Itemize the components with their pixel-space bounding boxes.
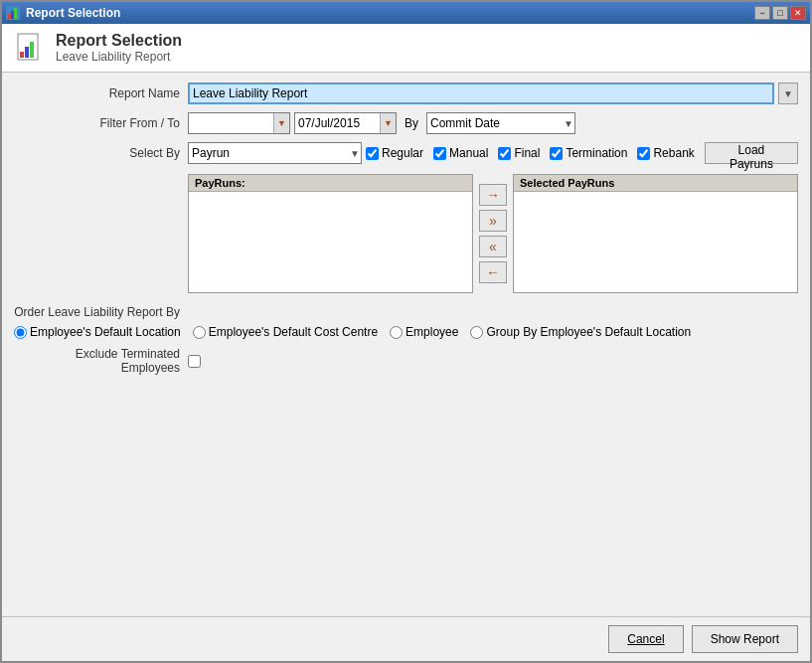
minimize-button[interactable]: −: [754, 6, 770, 20]
main-window: Report Selection − □ ✕ Report Selection …: [0, 0, 812, 663]
header-sub-title: Leave Liability Report: [56, 50, 182, 64]
termination-label: Termination: [566, 146, 627, 160]
radio-group-default-location-input[interactable]: [470, 326, 483, 339]
spacer: [14, 379, 798, 608]
select-by-select[interactable]: Payrun Employee Department: [188, 142, 362, 164]
move-all-left-button[interactable]: «: [479, 236, 507, 257]
filter-from-to-label: Filter From / To: [14, 116, 188, 130]
manual-label: Manual: [449, 146, 488, 160]
move-all-right-button[interactable]: »: [479, 210, 507, 232]
commit-date-wrapper: Commit Date Pay Period Date Payment Date…: [426, 112, 575, 134]
filter-controls: ▼ ▼ By Commit Date Pay Period Date Payme…: [188, 112, 798, 134]
selected-payruns-header-text: Selected PayRuns: [520, 177, 614, 189]
filter-to-dropdown-btn[interactable]: ▼: [380, 113, 396, 133]
exclude-label: Exclude Terminated Employees: [14, 347, 188, 375]
radio-cost-centre-input[interactable]: [193, 326, 206, 339]
filter-from-dropdown-btn[interactable]: ▼: [273, 113, 289, 133]
rebank-label: Rebank: [653, 146, 694, 160]
select-by-controls: Payrun Employee Department ▼ Regular Man…: [188, 142, 798, 164]
manual-checkbox-item: Manual: [433, 146, 488, 160]
report-name-input[interactable]: [188, 83, 774, 104]
selected-payruns: Selected PayRuns: [513, 174, 798, 293]
regular-label: Regular: [382, 146, 423, 160]
exclude-terminated-checkbox[interactable]: [188, 355, 201, 368]
radio-group-default-location: Group By Employee's Default Location: [470, 325, 691, 339]
radio-cost-centre: Employee's Default Cost Centre: [193, 325, 378, 339]
rebank-checkbox[interactable]: [637, 147, 650, 160]
maximize-button[interactable]: □: [772, 6, 788, 20]
move-right-icon: →: [486, 187, 500, 203]
svg-rect-2: [11, 11, 14, 19]
termination-checkbox-item: Termination: [550, 146, 627, 160]
radio-group-default-location-label: Group By Employee's Default Location: [486, 325, 691, 339]
radio-employee-input[interactable]: [390, 326, 403, 339]
order-label: Order Leave Liability Report By: [14, 305, 188, 319]
checkbox-group: Regular Manual Final Termination: [366, 142, 798, 164]
bottom-bar: Cancel Show Report: [2, 616, 810, 661]
cancel-button[interactable]: Cancel: [608, 625, 683, 653]
svg-rect-5: [20, 52, 24, 58]
regular-checkbox[interactable]: [366, 147, 379, 160]
window-icon: [6, 6, 20, 20]
payrun-list-body[interactable]: [189, 192, 472, 292]
load-payruns-button[interactable]: Load Payruns: [705, 142, 798, 164]
select-by-wrapper: Payrun Employee Department ▼: [188, 142, 362, 164]
final-checkbox[interactable]: [498, 147, 511, 160]
report-name-label: Report Name: [14, 86, 188, 100]
termination-checkbox[interactable]: [550, 147, 563, 160]
commit-date-select[interactable]: Commit Date Pay Period Date Payment Date: [426, 112, 575, 134]
order-section: Order Leave Liability Report By Employee…: [14, 305, 798, 339]
header-main-title: Report Selection: [56, 32, 182, 50]
final-checkbox-item: Final: [498, 146, 540, 160]
filter-from-input[interactable]: [189, 113, 273, 133]
radio-employee-label: Employee: [406, 325, 458, 339]
payruns-section: PayRuns: → » « ← Select: [14, 174, 798, 293]
show-report-button[interactable]: Show Report: [692, 625, 798, 653]
payrun-list-header-text: PayRuns:: [195, 177, 245, 189]
svg-rect-6: [25, 47, 29, 58]
move-left-button[interactable]: ←: [479, 261, 507, 283]
report-name-dropdown-btn[interactable]: ▼: [778, 83, 798, 104]
rebank-checkbox-item: Rebank: [637, 146, 694, 160]
regular-checkbox-item: Regular: [366, 146, 423, 160]
filter-to-input[interactable]: [295, 113, 380, 133]
selected-payruns-body[interactable]: [514, 192, 797, 292]
select-by-row: Select By Payrun Employee Department ▼ R…: [14, 140, 798, 166]
radio-default-location: Employee's Default Location: [14, 325, 181, 339]
report-name-row: Report Name ▼: [14, 81, 798, 106]
payruns-label-spacer: [14, 174, 188, 293]
move-all-right-icon: »: [489, 213, 497, 229]
title-text: Report Selection: [26, 6, 120, 20]
svg-rect-1: [8, 14, 11, 19]
by-label: By: [405, 116, 418, 130]
selected-payruns-header: Selected PayRuns: [514, 175, 797, 192]
manual-checkbox[interactable]: [433, 147, 446, 160]
close-button[interactable]: ✕: [790, 6, 806, 20]
svg-rect-3: [14, 8, 17, 19]
filter-from-wrap: ▼: [188, 112, 290, 134]
radio-default-location-label: Employee's Default Location: [30, 325, 181, 339]
title-controls: − □ ✕: [754, 6, 806, 20]
payrun-list-header: PayRuns:: [189, 175, 472, 192]
select-by-label: Select By: [14, 146, 188, 160]
report-icon: [14, 32, 46, 64]
header-titles: Report Selection Leave Liability Report: [56, 32, 182, 64]
move-right-button[interactable]: →: [479, 184, 507, 206]
filter-row: Filter From / To ▼ ▼ By Commit Date Pay …: [14, 110, 798, 136]
svg-rect-7: [30, 42, 34, 58]
radio-group: Employee's Default Location Employee's D…: [14, 325, 691, 339]
move-all-left-icon: «: [489, 239, 497, 254]
radio-cost-centre-label: Employee's Default Cost Centre: [209, 325, 378, 339]
transfer-buttons: → » « ←: [473, 174, 513, 293]
title-bar: Report Selection − □ ✕: [2, 2, 810, 24]
header-section: Report Selection Leave Liability Report: [2, 24, 810, 73]
radio-default-location-input[interactable]: [14, 326, 27, 339]
title-bar-left: Report Selection: [6, 6, 120, 20]
report-name-controls: ▼: [188, 83, 798, 104]
payrun-list: PayRuns:: [188, 174, 473, 293]
final-label: Final: [514, 146, 540, 160]
filter-to-wrap: ▼: [294, 112, 397, 134]
radio-employee: Employee: [390, 325, 458, 339]
exclude-row: Exclude Terminated Employees: [14, 347, 798, 375]
move-left-icon: ←: [486, 264, 500, 280]
